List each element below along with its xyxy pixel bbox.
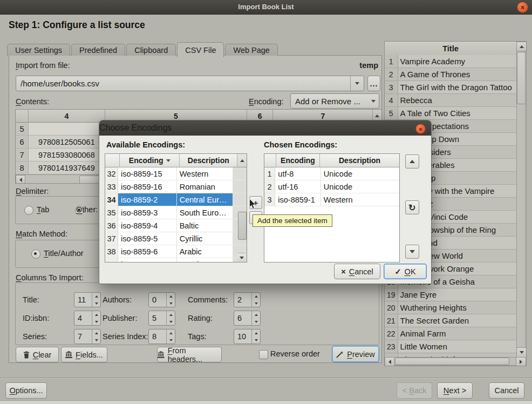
encoding-row[interactable]: 37 iso-8859-5 Cyrillic <box>105 232 247 245</box>
next-button[interactable]: Next > <box>437 382 473 399</box>
spin-up-button[interactable] <box>92 293 100 300</box>
scrollbar-track[interactable] <box>233 167 247 180</box>
reverse-order-checkbox[interactable] <box>259 350 268 359</box>
spin-down-button[interactable] <box>92 300 100 307</box>
column-header-4[interactable]: 4 <box>29 110 105 123</box>
description-column-header[interactable]: Description <box>320 154 399 167</box>
spin-up-button[interactable] <box>92 311 100 318</box>
spin-down-button[interactable] <box>252 318 260 325</box>
scroll-down-button[interactable] <box>516 347 527 358</box>
spinbox-arrows[interactable] <box>251 311 260 325</box>
encoding-row[interactable]: 33 iso-8859-16 Romanian <box>105 180 247 193</box>
title-column-header[interactable]: Title <box>385 42 516 56</box>
title-author-radio[interactable] <box>31 250 40 259</box>
encoding-dropdown-arrow[interactable] <box>368 94 379 108</box>
other-radio-label[interactable]: Other: <box>76 205 98 214</box>
spinbox-arrows[interactable] <box>166 311 175 325</box>
book-row[interactable]: 3 The Girl with the Dragon Tattoo <box>385 81 516 94</box>
book-row[interactable]: 5 A Tale of Two Cities <box>385 107 516 120</box>
preview-button[interactable]: Preview <box>332 346 379 362</box>
spin-down-button[interactable] <box>92 336 100 344</box>
description-column-header[interactable]: Description <box>180 154 237 167</box>
window-close-button[interactable]: × <box>517 2 528 13</box>
fields-button[interactable]: Fields... <box>61 347 107 362</box>
spin-down-button[interactable] <box>92 318 100 325</box>
field-spinbox[interactable]: 8 <box>148 329 175 344</box>
encoding-row[interactable]: 3 iso-8859-1 Western <box>264 193 399 206</box>
book-row[interactable]: 20 Wuthering Heights <box>385 301 516 314</box>
spin-down-button[interactable] <box>252 336 260 344</box>
tab[interactable]: Clipboard <box>126 44 176 56</box>
clear-button[interactable]: Clear <box>16 347 59 362</box>
combo-dropdown-arrow[interactable] <box>350 76 364 91</box>
field-spinbox[interactable]: 4 <box>74 311 101 326</box>
encoding-row[interactable]: 36 iso-8859-4 Baltic <box>105 219 247 232</box>
field-spinbox[interactable]: 11 <box>74 292 101 307</box>
spin-up-button[interactable] <box>92 329 100 336</box>
encoding-row[interactable]: 38 iso-8859-6 Arabic <box>105 245 247 258</box>
encoding-row[interactable]: 32 iso-8859-15 Western <box>105 167 247 180</box>
scrollbar-thumb[interactable] <box>395 358 509 365</box>
file-path-combobox[interactable]: /home/user/books.csv <box>16 76 364 91</box>
booklist-vscrollbar[interactable] <box>516 42 526 357</box>
spin-down-button[interactable] <box>167 336 175 344</box>
browse-file-button[interactable]: ... <box>367 76 380 91</box>
field-spinbox[interactable]: 6 <box>234 311 261 326</box>
from-headers-button[interactable]: From headers... <box>157 347 222 362</box>
encoding-row[interactable]: 39 iso-8859-7 Greek <box>105 258 247 262</box>
cancel-button[interactable]: Cancel <box>489 382 524 399</box>
move-up-button[interactable] <box>405 154 419 169</box>
spin-up-button[interactable] <box>252 293 260 300</box>
tab-radio[interactable] <box>24 206 33 215</box>
scrollbar-thumb[interactable] <box>517 52 526 104</box>
encoding-row[interactable]: 2 utf-16 Unicode <box>264 180 399 193</box>
book-row[interactable]: 23 Little Women <box>385 340 516 353</box>
spinbox-arrows[interactable] <box>92 293 100 307</box>
scrollbar-thumb[interactable] <box>238 212 247 240</box>
encoding-row[interactable]: 34 iso-8859-2 Central Eur… <box>105 193 247 206</box>
tab-radio-label[interactable]: Tab <box>37 205 49 214</box>
dialog-ok-button[interactable]: ✓ OK <box>384 264 427 279</box>
tab[interactable]: Web Page <box>225 44 277 56</box>
book-row[interactable]: 1 Vampire Academy <box>385 55 516 68</box>
spinbox-arrows[interactable] <box>92 311 100 325</box>
spinbox-arrows[interactable] <box>166 329 175 344</box>
book-row[interactable]: 24 The Book Thief <box>385 353 516 357</box>
dialog-cancel-button[interactable]: × Cancel <box>334 264 380 279</box>
scroll-right-button[interactable] <box>516 357 526 366</box>
spin-up-button[interactable] <box>252 329 260 336</box>
options-button[interactable]: Options... <box>5 382 47 399</box>
book-row[interactable]: 21 The Secret Garden <box>385 314 516 327</box>
encoding-row[interactable]: 35 iso-8859-3 South Euro… <box>105 206 247 219</box>
move-down-button[interactable] <box>405 245 419 259</box>
spin-up-button[interactable] <box>167 293 175 300</box>
booklist-hscrollbar[interactable] <box>385 357 526 366</box>
encoding-combobox[interactable]: Add or Remove ... <box>290 93 379 109</box>
field-spinbox[interactable]: 10 <box>234 329 261 344</box>
spinbox-arrows[interactable] <box>251 329 260 344</box>
spin-up-button[interactable] <box>252 311 260 318</box>
book-row[interactable]: 2 A Game of Thrones <box>385 68 516 81</box>
field-spinbox[interactable]: 0 <box>148 292 175 307</box>
tab[interactable]: CSV File <box>177 42 224 57</box>
tab[interactable]: Predefined <box>71 44 125 56</box>
field-spinbox[interactable]: 7 <box>74 329 101 344</box>
tab[interactable]: User Settings <box>7 44 70 56</box>
spinbox-arrows[interactable] <box>251 293 260 307</box>
book-row[interactable]: 19 Jane Eyre <box>385 288 516 301</box>
dialog-close-button[interactable]: × <box>415 124 426 134</box>
scroll-up-button[interactable] <box>237 154 247 167</box>
spin-up-button[interactable] <box>167 329 175 336</box>
spinbox-arrows[interactable] <box>92 329 100 344</box>
spin-up-button[interactable] <box>167 311 175 318</box>
scroll-left-button[interactable] <box>16 175 25 184</box>
reverse-order-label[interactable]: Reverse order <box>270 349 320 358</box>
field-spinbox[interactable]: 2 <box>234 292 261 307</box>
encoding-column-header[interactable]: Encoding <box>120 154 180 167</box>
encoding-column-header[interactable]: Encoding <box>276 154 320 167</box>
spin-down-button[interactable] <box>167 318 175 325</box>
spin-down-button[interactable] <box>167 300 175 307</box>
scrollbar-track[interactable] <box>233 180 247 193</box>
title-author-radio-label[interactable]: Title/Author <box>44 249 84 258</box>
encoding-row[interactable]: 1 utf-8 Unicode <box>264 167 399 180</box>
